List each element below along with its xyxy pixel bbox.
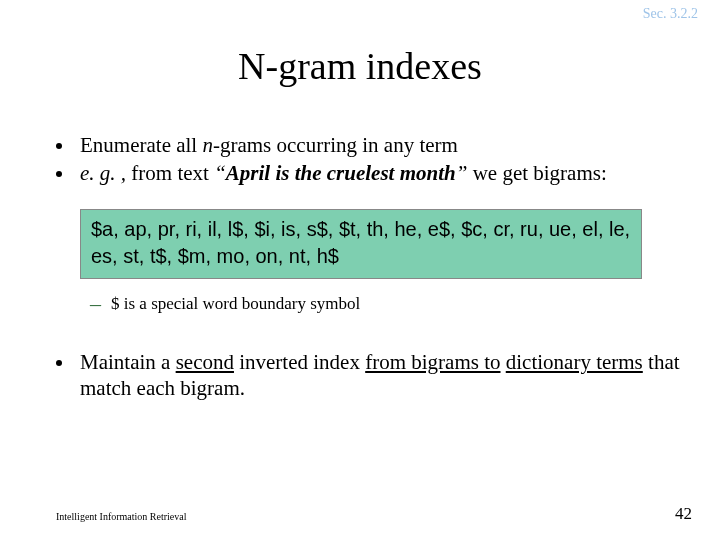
- bullet-1: Enumerate all n-grams occurring in any t…: [56, 132, 680, 158]
- section-label: Sec. 3.2.2: [643, 6, 698, 22]
- b3-second: second: [176, 350, 234, 374]
- bullet-2: e. g. , from text “April is the cruelest…: [56, 160, 680, 186]
- bullet-2-text: e. g. , from text “April is the cruelest…: [80, 160, 607, 186]
- bullet-2-phrase: April is the cruelest month: [226, 161, 456, 185]
- footer-left: Intelligent Information Retrieval: [56, 511, 187, 522]
- sub-bullet: – $ is a special word boundary symbol: [90, 293, 680, 315]
- bigram-box: $a, ap, pr, ri, il, l$, $i, is, s$, $t, …: [80, 209, 642, 279]
- bullet-1-post: -grams occurring in any term: [213, 133, 458, 157]
- bullet-2-eg: e. g. ,: [80, 161, 131, 185]
- bullet-1-n: n: [202, 133, 213, 157]
- sub-bullet-text: $ is a special word boundary symbol: [111, 293, 360, 315]
- bullet-3-text: Maintain a second inverted index from bi…: [80, 349, 680, 402]
- bullet-2-tail: we get bigrams:: [473, 161, 607, 185]
- b3-from-bigrams: from bigrams to: [365, 350, 500, 374]
- quote-open: “: [214, 161, 226, 185]
- b3-dict-terms: dictionary terms: [506, 350, 643, 374]
- bullet-1-pre: Enumerate all: [80, 133, 202, 157]
- bullet-1-text: Enumerate all n-grams occurring in any t…: [80, 132, 458, 158]
- bullet-dot-icon: [56, 143, 62, 149]
- bullet-3: Maintain a second inverted index from bi…: [56, 349, 680, 402]
- quote-close: ”: [456, 161, 473, 185]
- dash-icon: –: [90, 293, 101, 315]
- bullet-dot-icon: [56, 171, 62, 177]
- slide: Sec. 3.2.2 N-gram indexes Enumerate all …: [0, 0, 720, 540]
- slide-title: N-gram indexes: [0, 44, 720, 88]
- b3-t2: inverted index: [234, 350, 365, 374]
- content-area: Enumerate all n-grams occurring in any t…: [56, 132, 680, 403]
- b3-t1: Maintain a: [80, 350, 176, 374]
- page-number: 42: [675, 504, 692, 524]
- bullet-dot-icon: [56, 360, 62, 366]
- bullet-2-from: from text: [131, 161, 214, 185]
